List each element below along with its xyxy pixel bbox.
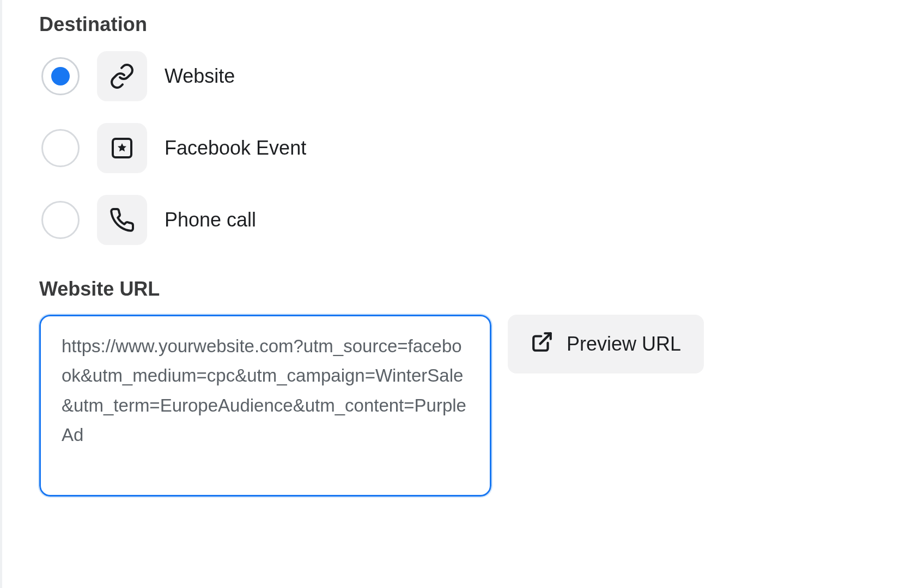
website-url-input[interactable] <box>39 315 491 497</box>
radio-phone-call[interactable] <box>41 201 80 239</box>
svg-line-1 <box>540 333 551 344</box>
option-label-facebook-event: Facebook Event <box>165 137 306 160</box>
phone-icon <box>97 195 147 245</box>
website-url-heading: Website URL <box>39 278 900 301</box>
radio-facebook-event[interactable] <box>41 129 80 167</box>
destination-options: Website Facebook Event Phone call <box>41 51 900 245</box>
destination-heading: Destination <box>39 13 900 36</box>
event-icon <box>97 123 147 173</box>
option-label-phone-call: Phone call <box>165 209 256 231</box>
website-url-section: Website URL Preview URL <box>39 278 900 497</box>
destination-form: Destination Website <box>0 0 900 588</box>
preview-url-label: Preview URL <box>567 333 681 356</box>
destination-option-website[interactable]: Website <box>41 51 900 101</box>
radio-dot <box>51 67 70 85</box>
destination-option-facebook-event[interactable]: Facebook Event <box>41 123 900 173</box>
website-url-row: Preview URL <box>39 315 900 497</box>
external-link-icon <box>531 330 554 358</box>
link-icon <box>97 51 147 101</box>
preview-url-button[interactable]: Preview URL <box>508 315 704 373</box>
destination-option-phone-call[interactable]: Phone call <box>41 195 900 245</box>
option-label-website: Website <box>165 65 235 88</box>
radio-website[interactable] <box>41 57 80 95</box>
